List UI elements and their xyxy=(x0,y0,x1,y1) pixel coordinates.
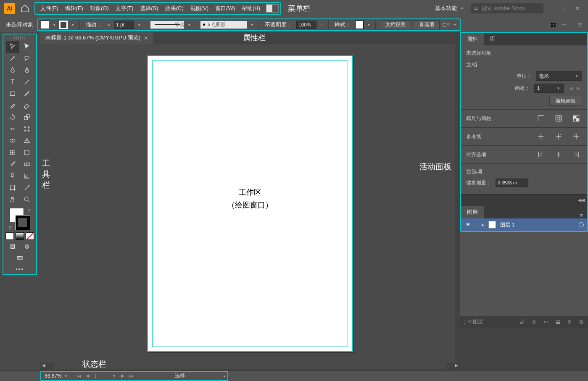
nav-last-icon[interactable]: ⏭ xyxy=(128,373,134,378)
rotate-tool[interactable] xyxy=(6,112,19,123)
none-mode[interactable] xyxy=(26,232,34,240)
expand-icon[interactable]: ▸ xyxy=(482,222,484,228)
guides-show-icon[interactable] xyxy=(535,131,547,142)
transform-panel-icon[interactable] xyxy=(560,21,567,29)
arrange-docs-icon[interactable] xyxy=(266,4,279,13)
canvas-area[interactable]: 活动面板 工作区 （绘图窗口） xyxy=(40,44,460,363)
artboard-select[interactable]: 1▾ xyxy=(534,84,564,93)
width-tool[interactable] xyxy=(6,123,19,134)
stepper-icon[interactable]: ≎ xyxy=(106,23,111,27)
maximize-icon[interactable]: ▢ xyxy=(562,5,570,12)
swap-icon[interactable]: ↺ xyxy=(27,208,31,213)
keyboard-increment-input[interactable]: 0.3528 m xyxy=(496,179,528,187)
chevron-down-icon[interactable]: ▾ xyxy=(111,373,118,378)
blend-tool[interactable] xyxy=(21,159,33,170)
preferences-button[interactable]: 首选项 xyxy=(414,20,440,29)
nav-next-icon[interactable]: ▶ xyxy=(119,373,126,378)
tab-properties[interactable]: 属性 xyxy=(461,33,484,45)
brush-sample[interactable]: 5 点圆形 xyxy=(200,21,247,29)
menu-object[interactable]: 对象(O) xyxy=(87,5,112,12)
list-icon[interactable] xyxy=(576,21,584,29)
type-tool[interactable] xyxy=(6,76,19,87)
gradient-mode[interactable] xyxy=(16,232,24,240)
line-tool[interactable] xyxy=(21,76,33,87)
slice-tool[interactable] xyxy=(21,182,33,193)
chevron-down-icon[interactable]: ▾ xyxy=(187,23,192,27)
tab-libraries[interactable]: 库 xyxy=(484,33,501,45)
minimize-icon[interactable]: — xyxy=(550,5,558,12)
tab-layers[interactable]: 图层 xyxy=(461,206,484,218)
ruler-icon[interactable] xyxy=(535,113,547,124)
nav-prev-icon[interactable]: ◀ xyxy=(84,373,91,378)
clip-icon[interactable]: ◎ xyxy=(531,318,538,325)
visibility-icon[interactable]: 👁 xyxy=(464,222,472,228)
chevron-down-icon[interactable]: ▾ xyxy=(137,23,142,27)
artboard-tool[interactable] xyxy=(6,182,19,193)
shaper-tool[interactable] xyxy=(6,100,19,111)
direct-selection-tool[interactable] xyxy=(21,41,33,52)
zoom-input[interactable]: 66.67%▾ xyxy=(41,372,72,380)
status-menu-icon[interactable]: ▸ xyxy=(222,374,227,378)
rectangle-tool[interactable] xyxy=(6,88,19,99)
opacity-input[interactable]: 100% xyxy=(296,21,316,29)
vertical-scrollbar[interactable] xyxy=(455,44,460,363)
eraser-tool[interactable] xyxy=(21,100,33,111)
scale-tool[interactable] xyxy=(21,112,33,123)
doc-setup-button[interactable]: 文档设置 xyxy=(380,20,411,29)
smart-guides-icon[interactable] xyxy=(570,131,582,142)
align-icon[interactable]: ⊏≡ xyxy=(442,21,450,29)
panel-menu-icon[interactable]: ≡ xyxy=(575,212,587,218)
graph-tool[interactable] xyxy=(21,171,33,181)
align-right-icon[interactable] xyxy=(570,149,582,160)
menu-window[interactable]: 窗口(W) xyxy=(212,5,238,12)
eyedropper-tool[interactable] xyxy=(6,159,19,170)
menu-view[interactable]: 视图(V) xyxy=(187,5,212,12)
locate-icon[interactable]: ⮵ xyxy=(519,318,526,325)
align-panel-icon[interactable] xyxy=(550,21,557,29)
new-sublayer-icon[interactable]: ⬓ xyxy=(554,318,561,325)
edit-artboards-button[interactable]: 编辑画板 xyxy=(549,96,582,106)
transparency-grid-icon[interactable] xyxy=(570,113,582,124)
delete-layer-icon[interactable]: 🗑 xyxy=(578,318,585,325)
free-transform-tool[interactable] xyxy=(21,123,33,134)
layer-row[interactable]: 👁 | ▸ 图层 1 xyxy=(461,218,587,231)
zoom-tool[interactable] xyxy=(21,194,33,205)
unit-select[interactable]: 毫米▾ xyxy=(536,71,582,81)
scroll-right-icon[interactable]: ▶ xyxy=(453,363,460,370)
grid-icon[interactable] xyxy=(553,113,564,124)
menu-help[interactable]: 帮助(H) xyxy=(238,5,264,12)
paintbrush-tool[interactable] xyxy=(21,88,33,99)
panel-grip-icon[interactable]: ┃┃┃┃┃┃ xyxy=(11,36,28,39)
fill-swatch[interactable] xyxy=(41,21,49,29)
menu-file[interactable]: 文件(F) xyxy=(37,5,62,12)
draw-mode-behind[interactable] xyxy=(21,241,33,252)
selection-tool[interactable] xyxy=(6,41,19,52)
fill-stroke-control[interactable]: ↺ ◱ xyxy=(8,208,32,230)
menu-effect[interactable]: 效果(C) xyxy=(162,5,187,12)
edit-toolbar-icon[interactable]: ••• xyxy=(16,266,24,273)
align-center-icon[interactable] xyxy=(553,149,564,160)
chevron-down-icon[interactable]: ▾ xyxy=(249,23,254,27)
scroll-left-icon[interactable]: ◀ xyxy=(40,363,47,370)
perspective-tool[interactable] xyxy=(21,135,33,146)
shape-builder-tool[interactable] xyxy=(6,135,19,146)
style-swatch[interactable] xyxy=(355,21,364,29)
chevron-right-icon[interactable]: › xyxy=(319,23,324,27)
close-tab-icon[interactable]: ✕ xyxy=(144,35,148,41)
stroke-weight-input[interactable]: 1 pt xyxy=(114,21,134,29)
screen-mode[interactable] xyxy=(6,253,33,264)
chevron-down-icon[interactable]: ▾ xyxy=(52,23,57,27)
status-tool[interactable]: 选择 xyxy=(138,372,222,380)
default-colors-icon[interactable]: ◱ xyxy=(9,226,13,230)
artboard-next-icon[interactable]: ▶ xyxy=(575,84,582,92)
chevron-down-icon[interactable]: ▾ xyxy=(70,23,75,27)
workspace-dropdown[interactable]: 基本功能▾ xyxy=(431,3,469,14)
layer-name[interactable]: 图层 1 xyxy=(500,221,514,229)
new-layer-icon[interactable]: ⊕ xyxy=(566,318,573,325)
nav-first-icon[interactable]: ⏮ xyxy=(76,373,82,378)
align-left-icon[interactable] xyxy=(535,149,547,160)
stroke-swatch[interactable] xyxy=(59,21,68,29)
artboard[interactable]: 工作区 （绘图窗口） xyxy=(147,55,353,352)
lasso-tool[interactable] xyxy=(21,53,33,64)
stroke-swatch-large[interactable] xyxy=(16,215,30,230)
